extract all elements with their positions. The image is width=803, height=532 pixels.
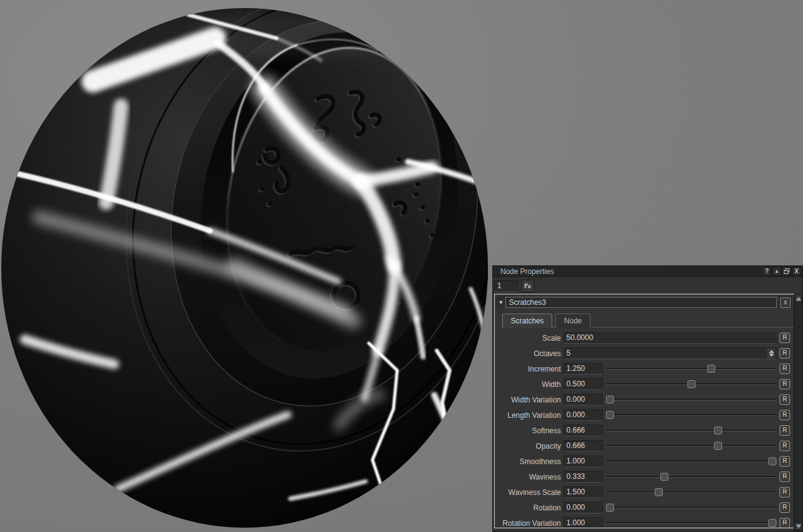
param-slider[interactable] (606, 395, 776, 404)
param-value-input[interactable]: 0.666 (563, 425, 603, 436)
slider-handle[interactable] (768, 457, 776, 465)
slider-handle[interactable] (606, 396, 614, 404)
slider-handle[interactable] (660, 473, 668, 481)
shade-icon[interactable]: ▲ (772, 267, 781, 276)
param-row: Softness0.666R (495, 423, 794, 438)
slider-track[interactable] (606, 491, 776, 493)
reset-button[interactable]: R (780, 410, 790, 420)
param-value-input[interactable]: 0.666 (563, 440, 603, 452)
param-value-input[interactable]: 1.000 (563, 517, 603, 528)
slider-track[interactable] (606, 476, 776, 478)
param-slider[interactable] (606, 457, 776, 466)
reset-button[interactable]: R (780, 333, 790, 343)
clear-list-button[interactable] (521, 280, 534, 293)
panel-titlebar[interactable]: Node Properties ? ▲ X (493, 266, 802, 277)
param-slider[interactable] (606, 410, 776, 420)
arrow-down-icon (796, 525, 801, 528)
node-name-input[interactable]: Scratches3 (505, 297, 777, 308)
param-label: Octaves (495, 349, 563, 358)
param-slider[interactable] (606, 503, 776, 512)
scroll-down-button[interactable] (794, 522, 802, 530)
reset-button[interactable]: R (780, 487, 790, 497)
clear-list-icon (524, 283, 532, 289)
param-label: Increment (495, 365, 563, 373)
reset-button[interactable]: R (780, 394, 790, 405)
param-value-input[interactable]: 0.333 (563, 471, 603, 483)
slider-track[interactable] (606, 414, 776, 416)
param-row: Waviness0.333R (495, 469, 794, 484)
reset-button[interactable]: R (780, 456, 790, 467)
slider-handle[interactable] (606, 411, 614, 419)
param-slider[interactable] (606, 380, 776, 389)
reset-button[interactable]: R (780, 472, 790, 482)
slider-handle[interactable] (606, 504, 614, 512)
spin-down-icon[interactable] (769, 354, 774, 357)
param-row: Smoothness1.000R (495, 454, 794, 469)
slider-track[interactable] (606, 368, 776, 370)
slider-track[interactable] (606, 460, 776, 462)
reset-button[interactable]: R (780, 441, 790, 451)
param-value-input[interactable]: 0.500 (563, 378, 603, 390)
slider-track[interactable] (606, 445, 776, 447)
spinbox-arrows[interactable] (767, 349, 775, 358)
tab-scratches[interactable]: Scratches (502, 314, 552, 328)
close-icon[interactable]: X (792, 267, 801, 276)
tab-node[interactable]: Node (555, 314, 591, 328)
slider-track[interactable] (606, 522, 776, 524)
param-value-input[interactable]: 1.000 (563, 455, 603, 467)
param-value-input[interactable]: 50.0000 (563, 332, 776, 344)
param-value-input[interactable]: 0.000 (563, 502, 603, 513)
reset-button[interactable]: R (780, 348, 790, 359)
scroll-up-button[interactable] (794, 294, 802, 302)
param-value-input[interactable]: 0.000 (563, 394, 603, 405)
param-slider[interactable] (606, 426, 776, 435)
param-slider[interactable] (606, 488, 776, 497)
param-label: Waviness Scale (495, 488, 563, 497)
slider-handle[interactable] (768, 519, 776, 527)
param-slider[interactable] (606, 518, 776, 528)
reset-button[interactable]: R (780, 502, 790, 513)
spin-up-icon[interactable] (769, 350, 774, 353)
param-slider[interactable] (606, 472, 776, 481)
param-row: Scale50.0000R (495, 330, 794, 346)
param-value-input[interactable]: 1.500 (563, 486, 603, 498)
reset-button[interactable]: R (780, 364, 790, 374)
slider-track[interactable] (606, 399, 776, 401)
param-label: Opacity (495, 442, 563, 451)
param-label: Width (495, 380, 563, 389)
reset-button[interactable]: R (780, 379, 790, 389)
param-label: Rotation (495, 504, 563, 512)
node-count-input[interactable]: 1 (494, 280, 518, 292)
reset-button[interactable]: R (780, 518, 790, 528)
slider-handle[interactable] (714, 426, 722, 434)
panel-scrollbar[interactable] (794, 294, 802, 531)
arrow-up-icon (796, 297, 801, 301)
param-row: Width Variation0.000R (495, 392, 794, 407)
node-properties-panel: Node Properties ? ▲ X 1 ▼ Scratches3 x S… (492, 265, 803, 532)
param-slider[interactable] (606, 441, 776, 451)
reset-button[interactable]: R (780, 425, 790, 436)
param-slider[interactable] (606, 364, 776, 373)
slider-handle[interactable] (707, 365, 715, 373)
slider-handle[interactable] (655, 488, 663, 496)
restore-window-icon[interactable] (782, 267, 791, 276)
tab-bar: Scratches Node (501, 313, 794, 328)
slider-track[interactable] (606, 430, 776, 431)
slider-handle[interactable] (687, 380, 696, 388)
param-label: Length Variation (495, 411, 563, 420)
slider-handle[interactable] (714, 442, 722, 450)
param-row: Waviness Scale1.500R (495, 484, 794, 500)
param-value-input[interactable]: 5 (563, 347, 776, 359)
param-row: Length Variation0.000R (495, 407, 794, 423)
param-row: Rotation Variation1.000R (495, 515, 794, 528)
slider-track[interactable] (606, 507, 776, 509)
help-icon[interactable]: ? (762, 267, 771, 276)
expander-triangle-icon[interactable]: ▼ (497, 299, 505, 305)
param-value-input[interactable]: 1.250 (563, 363, 603, 375)
param-row: Octaves5R (495, 346, 794, 361)
parameter-list: Scale50.0000ROctaves5RIncrement1.250RWid… (495, 328, 794, 528)
param-label: Softness (495, 426, 563, 435)
remove-node-button[interactable]: x (780, 297, 791, 308)
titlebar-icons: ? ▲ X (762, 267, 802, 276)
param-value-input[interactable]: 0.000 (563, 409, 603, 421)
